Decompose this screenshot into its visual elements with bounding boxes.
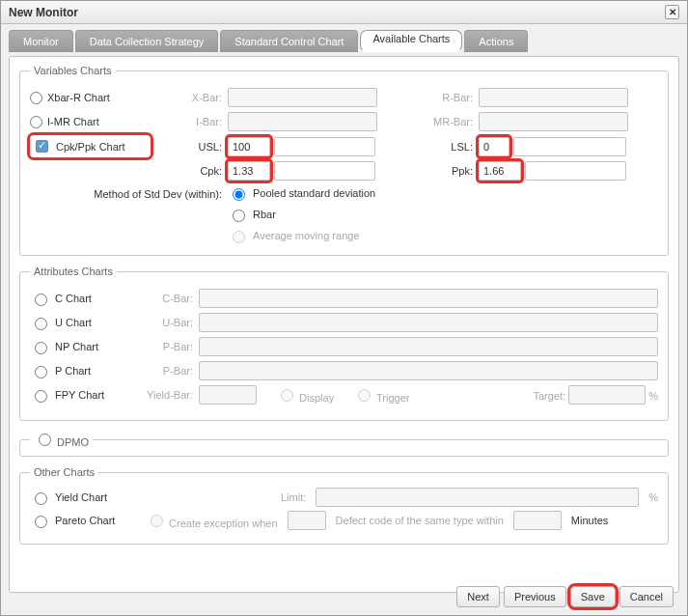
stddev-pooled-label: Pooled standard deviation bbox=[253, 187, 375, 199]
cpk-label: Cpk: bbox=[151, 165, 228, 177]
attributes-charts-group: Attributes Charts C Chart C-Bar: U Chart… bbox=[19, 266, 669, 421]
stddev-rbar-label: Rbar bbox=[253, 209, 276, 220]
ppk-input[interactable] bbox=[479, 161, 521, 181]
stddev-amr-radio bbox=[233, 231, 245, 243]
usl-input-extra[interactable] bbox=[274, 137, 375, 156]
fpy-chart-label: FPY Chart bbox=[55, 389, 104, 401]
xbarr-radio[interactable] bbox=[30, 92, 42, 104]
xbar-input bbox=[228, 88, 377, 107]
xbar-label: X-Bar: bbox=[151, 92, 228, 103]
cancel-button[interactable]: Cancel bbox=[619, 586, 674, 607]
save-button[interactable]: Save bbox=[570, 586, 616, 607]
tab-panel: Variables Charts Xbar-R Chart X-Bar: R-B… bbox=[9, 56, 679, 593]
dialog-content: Monitor Data Collection Strategy Standar… bbox=[1, 24, 687, 601]
tab-available-charts[interactable]: Available Charts bbox=[360, 30, 462, 52]
rbar-input bbox=[479, 88, 628, 107]
p-chart-radio[interactable] bbox=[35, 366, 47, 378]
stddev-label: Method of Std Dev (within): bbox=[30, 185, 228, 200]
cpkppk-checkbox[interactable] bbox=[36, 140, 48, 153]
dpmo-group: DPMO bbox=[19, 431, 669, 457]
fpy-trigger-label: Trigger bbox=[376, 392, 409, 404]
stddev-rbar-radio[interactable] bbox=[233, 210, 245, 222]
ppk-label: Ppk: bbox=[426, 165, 479, 177]
ibar-label: I-Bar: bbox=[151, 116, 228, 127]
tab-standard-control-chart[interactable]: Standard Control Chart bbox=[220, 30, 358, 52]
tab-strip: Monitor Data Collection Strategy Standar… bbox=[9, 30, 679, 52]
tab-data-collection-strategy[interactable]: Data Collection Strategy bbox=[75, 30, 219, 52]
exception-count-input bbox=[288, 511, 326, 530]
yieldbar-input bbox=[199, 385, 257, 405]
np-pbar-input bbox=[199, 337, 658, 356]
mrbar-input bbox=[479, 112, 628, 131]
dialog-title: New Monitor bbox=[9, 6, 78, 19]
create-exception-radio bbox=[151, 515, 163, 527]
np-pbar-label: P-Bar: bbox=[126, 341, 199, 352]
rbar-label: R-Bar: bbox=[426, 92, 479, 103]
ibar-input bbox=[228, 112, 377, 131]
tab-monitor[interactable]: Monitor bbox=[9, 30, 73, 52]
cbar-label: C-Bar: bbox=[126, 293, 199, 304]
button-bar: Next Previous Save Cancel bbox=[456, 586, 674, 607]
previous-button[interactable]: Previous bbox=[504, 586, 566, 607]
other-charts-group: Other Charts Yield Chart Limit: % Pareto… bbox=[19, 466, 669, 545]
limit-pct-label: % bbox=[648, 491, 658, 503]
minutes-label: Minutes bbox=[571, 515, 609, 526]
close-icon[interactable]: ✕ bbox=[665, 5, 679, 19]
fpy-display-label: Display bbox=[299, 392, 334, 404]
u-chart-label: U Chart bbox=[55, 317, 92, 328]
pareto-chart-label: Pareto Chart bbox=[55, 515, 115, 526]
ubar-label: U-Bar: bbox=[126, 317, 199, 328]
usl-label: USL: bbox=[151, 141, 228, 153]
cpk-input[interactable] bbox=[228, 161, 270, 181]
yieldbar-label: Yield-Bar: bbox=[126, 389, 199, 401]
yield-chart-label: Yield Chart bbox=[55, 491, 107, 503]
c-chart-label: C Chart bbox=[55, 293, 92, 304]
np-chart-radio[interactable] bbox=[35, 342, 47, 354]
p-pbar-input bbox=[199, 361, 658, 380]
ubar-input bbox=[199, 313, 658, 332]
other-legend: Other Charts bbox=[30, 466, 98, 478]
lsl-label: LSL: bbox=[426, 141, 479, 153]
fpy-chart-radio[interactable] bbox=[35, 390, 47, 403]
p-pbar-label: P-Bar: bbox=[126, 365, 199, 377]
tab-actions[interactable]: Actions bbox=[464, 30, 528, 52]
new-monitor-dialog: New Monitor ✕ Monitor Data Collection St… bbox=[0, 0, 688, 616]
yield-chart-radio[interactable] bbox=[35, 492, 47, 505]
p-chart-label: P Chart bbox=[55, 365, 91, 377]
dpmo-radio[interactable] bbox=[39, 434, 51, 446]
imr-label: I-MR Chart bbox=[47, 116, 99, 127]
stddev-amr-label: Average moving range bbox=[253, 230, 359, 241]
defect-minutes-input bbox=[513, 511, 562, 530]
fpy-target-input bbox=[568, 385, 646, 405]
cbar-input bbox=[199, 289, 658, 308]
limit-label: Limit: bbox=[281, 491, 306, 503]
dpmo-legend-text: DPMO bbox=[57, 436, 89, 448]
lsl-input-extra[interactable] bbox=[513, 137, 626, 156]
variables-legend: Variables Charts bbox=[30, 65, 116, 76]
imr-radio[interactable] bbox=[30, 116, 42, 128]
pareto-chart-radio[interactable] bbox=[35, 516, 47, 528]
u-chart-radio[interactable] bbox=[35, 318, 47, 330]
np-chart-label: NP Chart bbox=[55, 341, 98, 352]
defect-code-label: Defect code of the same type within bbox=[336, 515, 504, 526]
cpk-input-extra[interactable] bbox=[274, 161, 375, 181]
fpy-pct-label: % bbox=[648, 390, 658, 402]
usl-input[interactable] bbox=[228, 137, 270, 156]
c-chart-radio[interactable] bbox=[35, 294, 47, 306]
fpy-target-label: Target: bbox=[533, 390, 565, 402]
limit-input bbox=[316, 488, 639, 507]
ppk-input-extra[interactable] bbox=[525, 161, 626, 181]
stddev-pooled-radio[interactable] bbox=[233, 188, 245, 201]
xbarr-label: Xbar-R Chart bbox=[47, 92, 110, 103]
fpy-display-radio bbox=[281, 389, 293, 402]
lsl-input[interactable] bbox=[479, 137, 509, 156]
next-button[interactable]: Next bbox=[456, 586, 500, 607]
fpy-trigger-radio bbox=[358, 389, 371, 402]
dpmo-legend: DPMO bbox=[30, 431, 93, 448]
create-exception-label: Create exception when bbox=[169, 518, 278, 529]
mrbar-label: MR-Bar: bbox=[426, 116, 479, 127]
dialog-titlebar: New Monitor ✕ bbox=[1, 1, 687, 24]
cpkppk-label: Cpk/Ppk Chart bbox=[56, 141, 125, 153]
attributes-legend: Attributes Charts bbox=[30, 266, 117, 277]
variables-charts-group: Variables Charts Xbar-R Chart X-Bar: R-B… bbox=[19, 65, 669, 256]
